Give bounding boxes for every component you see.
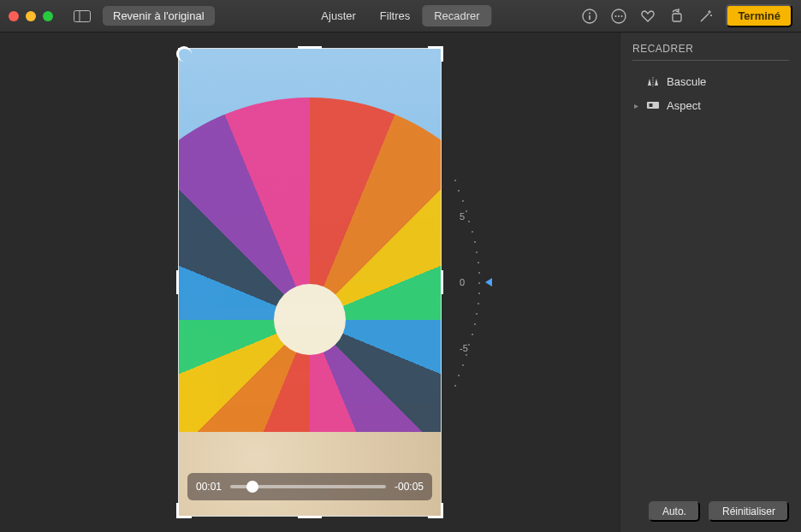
- sidebar-toggle-icon: [74, 10, 91, 22]
- window-controls: [9, 11, 53, 21]
- main-area: 00:01 -00:05 5 0 -5: [0, 33, 801, 532]
- done-button[interactable]: Terminé: [726, 4, 792, 27]
- crop-handle-tl[interactable]: [176, 46, 192, 62]
- favorite-button[interactable]: [638, 7, 657, 26]
- dial-tick: [466, 210, 467, 212]
- disclosure-icon: ▸: [632, 101, 639, 110]
- trim-elapsed-label: 00:01: [196, 481, 222, 493]
- dial-tick: [458, 375, 460, 376]
- crop-handle-bl[interactable]: [176, 503, 192, 518]
- aspect-icon: [646, 98, 660, 112]
- tab-filters[interactable]: Filtres: [368, 5, 422, 27]
- crop-handle-br[interactable]: [428, 503, 443, 518]
- aspect-label: Aspect: [667, 99, 701, 112]
- dial-tick: [474, 241, 476, 243]
- dial-tick: [462, 200, 464, 202]
- dial-tick: [466, 354, 467, 356]
- dial-tick: [478, 262, 479, 263]
- dial-tick: [478, 282, 480, 284]
- maximize-window-button[interactable]: [43, 11, 53, 21]
- more-icon: [611, 9, 626, 24]
- info-icon: [582, 9, 597, 24]
- minimize-window-button[interactable]: [26, 11, 36, 21]
- dial-label-zero: 0: [460, 277, 465, 287]
- trim-remaining-label: -00:05: [395, 481, 424, 493]
- crop-sidebar: RECADRER Bascule ▸ Aspect Auto. Réinitia…: [620, 33, 801, 532]
- trim-track[interactable]: [230, 485, 386, 488]
- close-window-button[interactable]: [9, 11, 19, 21]
- svg-point-6: [615, 15, 617, 17]
- dial-label-minus5: -5: [460, 343, 468, 353]
- svg-point-8: [621, 15, 623, 17]
- auto-button[interactable]: Auto.: [649, 501, 700, 522]
- dial-tick: [478, 272, 480, 274]
- flip-row[interactable]: Bascule: [632, 69, 789, 93]
- dial-tick: [458, 190, 460, 192]
- revert-button[interactable]: Revenir à l'original: [103, 6, 215, 26]
- crop-handle-left[interactable]: [176, 270, 179, 294]
- sidebar-footer: Auto. Réinitialiser: [632, 501, 789, 522]
- dial-tick: [468, 221, 470, 222]
- titlebar: Revenir à l'original Ajuster Filtres Rec…: [0, 0, 801, 33]
- crop-handle-tr[interactable]: [428, 46, 443, 62]
- edit-mode-tabs: Ajuster Filtres Recadrer: [309, 5, 491, 27]
- dial-tick: [476, 251, 478, 253]
- dial-label-plus5: 5: [460, 211, 465, 222]
- trim-playhead[interactable]: [246, 481, 258, 493]
- dial-tick: [476, 313, 478, 315]
- svg-rect-11: [647, 102, 659, 109]
- svg-rect-12: [650, 103, 653, 107]
- dial-pointer-icon: [485, 278, 492, 287]
- photo-preview: 00:01 -00:05: [179, 49, 441, 516]
- wand-icon: [698, 9, 714, 24]
- tab-adjust[interactable]: Ajuster: [309, 5, 367, 27]
- enhance-button[interactable]: [697, 7, 715, 26]
- canvas-area: 00:01 -00:05 5 0 -5: [0, 33, 620, 532]
- svg-rect-0: [74, 10, 91, 21]
- dial-tick: [472, 334, 473, 335]
- dial-tick: [462, 364, 464, 366]
- svg-point-7: [618, 15, 620, 17]
- reset-button[interactable]: Réinitialiser: [709, 501, 789, 522]
- sidebar-toggle-button[interactable]: [68, 9, 96, 24]
- rotate-button[interactable]: [668, 7, 686, 26]
- heart-icon: [640, 9, 656, 24]
- crop-handle-bottom[interactable]: [298, 516, 322, 518]
- info-button[interactable]: [580, 7, 599, 26]
- crop-frame[interactable]: 00:01 -00:05 5 0 -5: [178, 48, 442, 517]
- sidebar-header: RECADRER: [632, 43, 789, 61]
- crop-handle-top[interactable]: [298, 46, 322, 49]
- svg-rect-9: [673, 14, 681, 21]
- dial-tick: [454, 180, 456, 181]
- more-button[interactable]: [609, 7, 628, 26]
- video-trim-bar: 00:01 -00:05: [187, 473, 432, 500]
- dial-tick: [478, 303, 479, 304]
- flip-icon: [646, 74, 660, 88]
- flip-label: Bascule: [667, 75, 706, 88]
- rotate-dial[interactable]: 5 0 -5: [449, 180, 487, 385]
- svg-point-3: [589, 12, 590, 14]
- dial-tick: [468, 344, 470, 346]
- tab-crop[interactable]: Recadrer: [422, 5, 491, 27]
- dial-tick: [454, 385, 456, 387]
- rotate-icon: [669, 9, 685, 24]
- toolbar-right: Terminé: [580, 4, 792, 27]
- crop-handle-right[interactable]: [441, 270, 443, 294]
- dial-tick: [472, 231, 473, 233]
- dial-tick: [474, 323, 476, 325]
- aspect-row[interactable]: ▸ Aspect: [632, 93, 789, 117]
- svg-rect-4: [590, 15, 591, 20]
- dial-tick: [478, 293, 480, 294]
